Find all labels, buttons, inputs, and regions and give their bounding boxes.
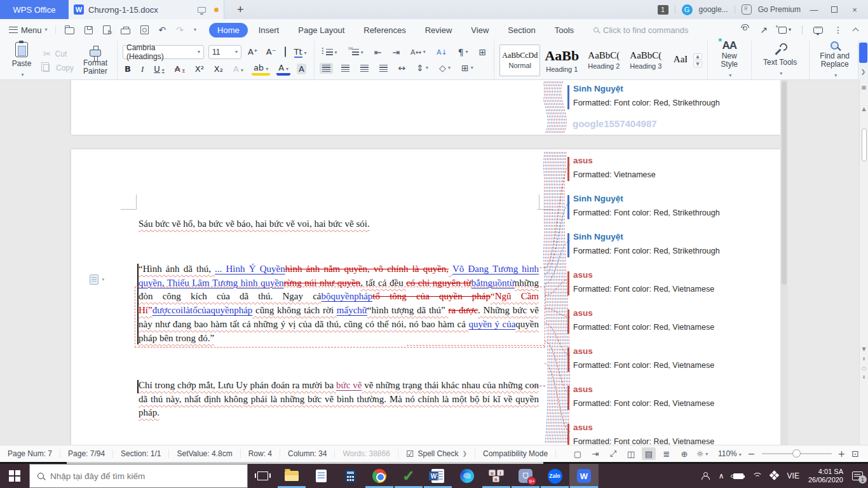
character-scale-button[interactable]	[408, 47, 428, 58]
comment-icon[interactable]	[813, 27, 823, 34]
status-page-num[interactable]: Page Num: 7	[0, 449, 60, 458]
new-window-button[interactable]	[778, 27, 791, 34]
shading-button[interactable]	[437, 62, 453, 74]
text-outline-button[interactable]: A	[231, 64, 245, 74]
command-search[interactable]: Click to find commands	[593, 25, 688, 35]
superscript-button[interactable]	[193, 64, 206, 74]
people-icon[interactable]	[702, 472, 710, 480]
ribbon-tab-tools[interactable]: Tools	[546, 23, 582, 37]
share-user-icon[interactable]	[741, 26, 749, 34]
zoom-out-button[interactable]	[748, 449, 756, 458]
print-preview-icon[interactable]	[140, 25, 149, 34]
word-button[interactable]	[423, 464, 452, 488]
decrease-font-button[interactable]	[264, 46, 278, 57]
style-card-more[interactable]: AaBbC	[667, 44, 687, 76]
clear-format-button[interactable]	[283, 46, 288, 57]
previous-page-icon[interactable]	[862, 357, 866, 362]
paragraph-p1[interactable]: Sáu bức vẽ hổ, ba bức vẽ báo, hai bức vẽ…	[139, 217, 539, 231]
style-card-normal[interactable]: AaBbCcDdNormal	[499, 44, 540, 76]
paste-button[interactable]: Paste	[5, 42, 38, 79]
open-icon[interactable]	[65, 27, 74, 34]
find-replace-button[interactable]: Find and Replace	[815, 41, 855, 79]
scroll-up-icon[interactable]	[862, 107, 865, 112]
new-tab-button[interactable]: +	[237, 3, 244, 17]
wps-office-tab[interactable]: WPS Office	[0, 0, 69, 19]
cut-button[interactable]: Cut	[43, 48, 74, 60]
zoom-slider[interactable]	[762, 453, 832, 454]
borders-button[interactable]	[459, 62, 476, 74]
status-column[interactable]: Column: 34	[280, 449, 335, 458]
taskbar-search[interactable]	[29, 464, 248, 488]
decrease-indent-button[interactable]	[372, 46, 384, 58]
taskbar-search-input[interactable]	[50, 471, 215, 481]
status-setvalue[interactable]: SetValue: 4.8cm	[169, 449, 240, 458]
redo-icon[interactable]	[176, 25, 184, 34]
copy-button[interactable]: Copy	[43, 64, 74, 72]
battery-icon[interactable]	[733, 473, 743, 479]
calculator-button[interactable]	[336, 464, 365, 488]
style-card-heading-3[interactable]: AaBbC(Heading 3	[625, 44, 666, 76]
browse-object-icon[interactable]	[862, 366, 866, 371]
zoom-slider-thumb[interactable]	[792, 449, 801, 458]
chrome-button[interactable]	[365, 464, 394, 488]
strikethrough-button[interactable]: A	[173, 64, 187, 74]
minimize-button[interactable]: —	[807, 5, 821, 15]
dropbox-icon[interactable]	[768, 470, 780, 482]
start-button[interactable]	[0, 464, 29, 488]
unikey-button[interactable]: u i n	[482, 464, 511, 488]
font-name-combo[interactable]: Cambria (Headings)	[123, 45, 204, 59]
revision-indicator-icon[interactable]	[90, 274, 98, 285]
font-color-button[interactable]: A	[276, 62, 290, 76]
document-tab[interactable]: W Chương-1-15.docx	[69, 0, 224, 19]
style-card-heading-2[interactable]: AaBbC(Heading 2	[583, 44, 624, 76]
increase-indent-button[interactable]	[390, 46, 402, 58]
subscript-button[interactable]	[212, 64, 225, 74]
numbering-button[interactable]	[346, 46, 366, 58]
share-icon[interactable]	[760, 25, 768, 34]
ribbon-expand-icon[interactable]	[861, 69, 866, 75]
bold-button[interactable]: B	[123, 64, 133, 74]
clock[interactable]: 4:01 SA 26/06/2020	[808, 468, 843, 484]
insert-table-icon[interactable]	[477, 46, 489, 58]
zoom-in-button[interactable]	[838, 449, 846, 458]
fit-page-icon[interactable]	[851, 449, 859, 458]
toolbar-more-icon[interactable]	[194, 27, 196, 32]
ribbon-tab-view[interactable]: View	[463, 23, 497, 37]
scrollbar-thumb[interactable]	[862, 128, 867, 161]
align-left-button[interactable]	[320, 63, 333, 74]
styles-scroll-up-icon[interactable]	[693, 53, 702, 60]
line-spacing-button[interactable]	[414, 62, 431, 74]
tray-expand-icon[interactable]	[719, 472, 724, 480]
window-count-badge[interactable]: 1	[658, 5, 668, 15]
new-style-button[interactable]: AA New Style	[713, 41, 746, 79]
next-page-icon[interactable]	[862, 375, 866, 380]
scroll-down-icon[interactable]	[862, 347, 865, 352]
more-options-icon[interactable]	[834, 25, 843, 34]
styles-scroll-down-icon[interactable]	[693, 61, 702, 67]
menu-button[interactable]: Menu	[0, 25, 55, 35]
sidebar-blue-button[interactable]	[859, 43, 867, 63]
edge-button[interactable]	[452, 464, 482, 488]
collapse-ribbon-icon[interactable]	[853, 28, 859, 34]
checkmark-app-button[interactable]	[394, 464, 423, 488]
paragraph-p3[interactable]: Chỉ trong chớp mắt, Lưu Uy phán đoán ra …	[139, 379, 539, 420]
language-indicator[interactable]: VIE	[787, 471, 799, 480]
restore-button[interactable]	[827, 5, 841, 15]
font-size-combo[interactable]: 11	[208, 45, 241, 59]
align-right-button[interactable]	[358, 63, 371, 74]
wps-button[interactable]: W	[569, 464, 599, 488]
notepad-button[interactable]	[306, 464, 336, 488]
zalo-button[interactable]: Zalo	[540, 464, 569, 488]
notification-icon[interactable]: 1	[852, 471, 863, 480]
distribute-button[interactable]	[396, 62, 409, 74]
vertical-scrollbar[interactable]	[859, 80, 868, 445]
ribbon-tab-insert[interactable]: Insert	[250, 23, 288, 37]
view-outline-icon[interactable]	[660, 447, 674, 460]
task-view-button[interactable]	[248, 464, 277, 488]
wifi-icon[interactable]	[752, 473, 761, 479]
document-page-prev[interactable]	[71, 80, 780, 135]
text-effects-button[interactable]: Tt	[292, 46, 309, 57]
ribbon-tab-page-layout[interactable]: Page Layout	[290, 23, 353, 37]
ribbon-tab-section[interactable]: Section	[499, 23, 543, 37]
view-fullscreen-icon[interactable]	[606, 447, 620, 460]
